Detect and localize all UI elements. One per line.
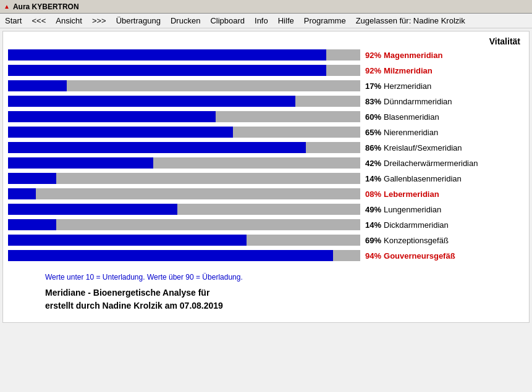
bar-container-2 [8,80,360,91]
bar-row-4: 60%Blasenmeridian [8,111,524,123]
bar-container-6 [8,142,360,153]
footer-area: Werte unter 10 = Unterladung. Werte über… [8,268,524,317]
menu-item-hilfe[interactable]: Hilfe [276,15,297,27]
menu-item-clipboard[interactable]: Clipboard [208,15,247,27]
menu-item-user[interactable]: Zugelassen für: Nadine Krolzik [353,15,468,27]
menu-item-ansicht[interactable]: Ansicht [53,15,85,27]
main-content: Vitalität 92%Magenmeridian92%Milzmeridia… [2,31,530,323]
bar-blue-12 [8,235,247,246]
bar-blue-4 [8,111,216,122]
bar-label-9: 08%Lebermeridian [360,190,515,199]
bar-blue-3 [8,96,295,107]
bar-pct-5: 65% [365,128,381,137]
bar-pct-2: 17% [365,81,381,91]
bar-name-5: Nierenmeridian [384,128,438,137]
bar-label-0: 92%Magenmeridian [360,51,515,60]
menu-item-back[interactable]: <<< [29,15,48,27]
bar-blue-8 [8,173,56,184]
bar-gray-0 [326,49,360,60]
menu-item-forward[interactable]: >>> [90,15,109,27]
bar-gray-12 [247,235,360,246]
bar-gray-9 [36,188,360,199]
bar-pct-8: 14% [365,174,381,183]
bar-pct-0: 92% [365,51,381,60]
bar-pct-11: 14% [365,220,381,230]
bar-name-3: Dünndarmmeridian [384,97,452,106]
bar-name-6: Kreislauf/Sexmeridian [384,143,462,152]
bar-label-3: 83%Dünndarmmeridian [360,97,515,106]
bar-row-1: 92%Milzmeridian [8,64,524,77]
bar-container-0 [8,49,360,60]
bar-name-9: Lebermeridian [384,190,439,199]
bar-gray-7 [153,157,360,169]
bar-pct-1: 92% [365,66,381,75]
bar-container-10 [8,204,360,215]
bar-blue-13 [8,250,333,261]
menu-item-ubertragung[interactable]: Übertragung [114,15,163,27]
bar-container-4 [8,111,360,122]
bars-container: 92%Magenmeridian92%Milzmeridian17%Herzme… [8,49,524,262]
bar-name-1: Milzmeridian [384,66,433,75]
bar-container-7 [8,157,360,169]
bar-container-12 [8,235,360,246]
bar-pct-4: 60% [365,112,381,122]
bar-label-7: 42%Dreilacherwärmermeridian [360,159,515,168]
bar-label-2: 17%Herzmeridian [360,81,515,91]
footer-note: Werte unter 10 = Unterladung. Werte über… [45,273,487,281]
bar-label-11: 14%Dickdarmmeridian [360,220,515,230]
bar-label-4: 60%Blasenmeridian [360,112,515,122]
bar-blue-1 [8,65,326,76]
bar-pct-9: 08% [365,190,381,199]
bar-blue-11 [8,219,56,230]
bar-gray-1 [326,65,360,76]
bar-pct-3: 83% [365,97,381,106]
bar-blue-10 [8,204,177,215]
bar-row-7: 42%Dreilacherwärmermeridian [8,157,524,169]
bar-label-6: 86%Kreislauf/Sexmeridian [360,143,515,152]
bar-blue-5 [8,127,233,138]
bar-row-3: 83%Dünndarmmeridian [8,95,524,107]
bar-pct-7: 42% [365,159,381,168]
bar-pct-12: 69% [365,236,381,245]
bar-container-3 [8,96,360,107]
menu-item-info[interactable]: Info [252,15,271,27]
bar-name-4: Blasenmeridian [384,112,439,122]
bar-blue-7 [8,157,153,169]
menu-item-start[interactable]: Start [2,15,24,27]
bar-pct-10: 49% [365,205,381,214]
title-bar: ▲ Aura KYBERTRON [0,0,532,14]
bar-blue-9 [8,188,36,199]
bar-name-2: Herzmeridian [384,81,431,91]
bar-container-13 [8,250,360,261]
bar-pct-6: 86% [365,143,381,152]
bar-container-1 [8,65,360,76]
bar-gray-10 [177,204,360,215]
bar-gray-13 [333,250,360,261]
bar-name-8: Gallenblasenmeridian [384,174,462,183]
bar-gray-4 [216,111,360,122]
bar-row-10: 49%Lungenmeridian [8,203,524,215]
bar-gray-5 [233,127,360,138]
app-title: Aura KYBERTRON [13,2,79,11]
bar-blue-2 [8,80,67,91]
bar-label-13: 94%Gouverneursgefäß [360,251,515,261]
bar-row-9: 08%Lebermeridian [8,188,524,200]
bar-container-5 [8,127,360,138]
bar-row-0: 92%Magenmeridian [8,49,524,61]
bar-label-5: 65%Nierenmeridian [360,128,515,137]
app-icon: ▲ [4,3,10,10]
bar-row-5: 65%Nierenmeridian [8,126,524,138]
bar-name-13: Gouverneursgefäß [384,251,455,261]
bar-gray-2 [67,80,360,91]
bar-label-8: 14%Gallenblasenmeridian [360,174,515,183]
bar-name-12: Konzeptionsgefäß [384,236,449,245]
bar-name-7: Dreilacherwärmermeridian [384,159,478,168]
menu-item-programme[interactable]: Programme [302,15,348,27]
bar-label-12: 69%Konzeptionsgefäß [360,236,515,245]
bar-name-11: Dickdarmmeridian [384,220,449,230]
bar-row-13: 94%Gouverneursgefäß [8,249,524,262]
bar-gray-8 [56,173,360,184]
bar-pct-13: 94% [365,251,381,261]
menu-item-drucken[interactable]: Drucken [168,15,203,27]
bar-container-11 [8,219,360,230]
